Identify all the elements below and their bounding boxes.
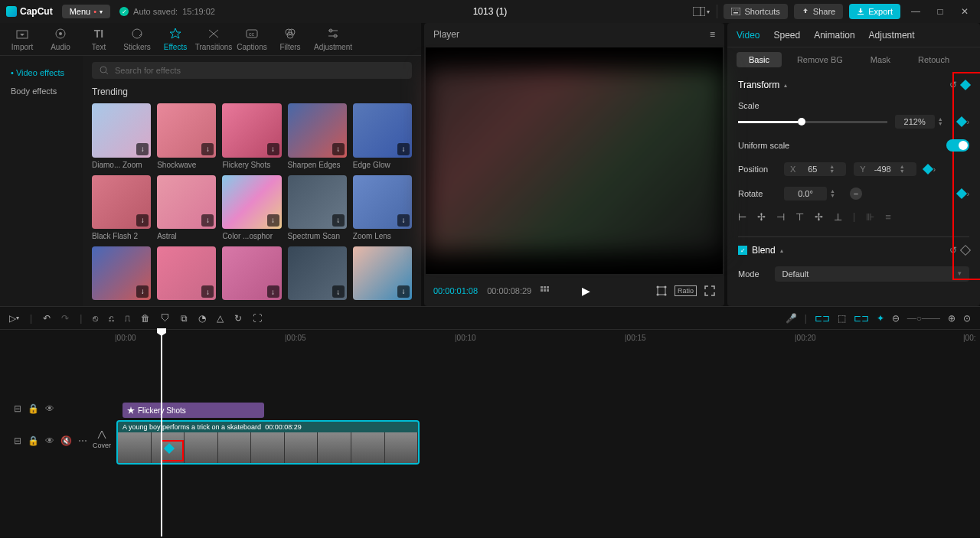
more-icon[interactable]: ⋯ [78, 435, 87, 446]
crop-icon[interactable]: ⛶ [253, 313, 262, 324]
download-icon[interactable]: ↓ [332, 214, 345, 227]
grid-icon[interactable] [541, 286, 550, 295]
download-icon[interactable]: ↓ [397, 214, 410, 227]
video-preview[interactable] [426, 47, 723, 274]
fit-icon[interactable]: ⊙ [963, 313, 971, 324]
download-icon[interactable]: ↓ [136, 214, 149, 227]
download-icon[interactable]: ↓ [332, 285, 345, 298]
subtab-retouch[interactable]: Retouch [906, 52, 962, 67]
scale-slider[interactable] [738, 121, 887, 123]
effect-item[interactable]: ↓Color ...osphor [222, 175, 281, 240]
play-button[interactable]: ▶ [582, 285, 590, 297]
tab-captions[interactable]: ccCaptions [233, 23, 271, 55]
rotate-value[interactable]: 0.0° [784, 187, 827, 201]
tab-adjustment[interactable]: Adjustment [309, 23, 357, 55]
download-icon[interactable]: ↓ [332, 143, 345, 155]
distribute-v-icon[interactable]: ≡ [885, 211, 891, 223]
track-toggle-icon[interactable]: ⊟ [14, 435, 21, 446]
align-center-v-icon[interactable]: ✢ [815, 211, 823, 223]
position-y-input[interactable]: Y-498▲▼ [854, 162, 916, 176]
effect-item[interactable]: ↓ [353, 246, 412, 300]
playhead[interactable] [161, 330, 162, 536]
align-center-h-icon[interactable]: ✢ [757, 211, 766, 223]
rotate-stepper[interactable]: ▲▼ [830, 189, 841, 198]
scale-value[interactable]: 212% [895, 115, 935, 129]
effect-item[interactable]: ↓Diamo... Zoom [92, 103, 151, 168]
download-icon[interactable]: ↓ [136, 285, 149, 298]
align-right-icon[interactable]: ⊣ [776, 211, 785, 223]
download-icon[interactable]: ↓ [201, 214, 214, 227]
next-kf-pos-icon[interactable]: › [933, 165, 936, 174]
effect-item[interactable]: ↓Sharpen Edges [288, 103, 347, 168]
download-icon[interactable]: ↓ [267, 285, 279, 298]
tab-audio[interactable]: Audio [41, 23, 80, 55]
uniform-scale-toggle[interactable] [946, 139, 969, 152]
rotate-reset[interactable]: − [850, 187, 862, 200]
copy-icon[interactable]: ⧉ [181, 313, 188, 324]
minimize-button[interactable]: — [906, 2, 925, 21]
cover-button[interactable]: Cover [90, 429, 113, 449]
timeline-ruler[interactable]: |00:00 |00:05 |00:10 |00:15 |00:20 |00: [0, 330, 980, 345]
tab-adjustment[interactable]: Adjustment [869, 30, 915, 41]
selection-tool[interactable]: ▷ ▾ [9, 313, 19, 324]
transform-section[interactable]: Transform▴ ↺ [738, 80, 969, 90]
effect-clip[interactable]: Flickery Shots [122, 403, 264, 418]
tab-transitions[interactable]: Transitions [194, 23, 233, 55]
keyframe-transform[interactable] [960, 80, 971, 90]
search-input[interactable]: Search for effects [92, 62, 412, 79]
shortcuts-button[interactable]: Shortcuts [724, 4, 787, 19]
effect-item[interactable]: ↓Astral [157, 175, 216, 240]
zoom-in-icon[interactable]: ⊕ [948, 313, 956, 324]
zoom-out-icon[interactable]: ⊖ [892, 313, 900, 324]
effect-item[interactable]: ↓ [157, 246, 216, 300]
cut-left-icon[interactable]: ⎌ [109, 313, 114, 324]
ratio-button[interactable]: Ratio [675, 285, 697, 296]
reset-blend-icon[interactable]: ↺ [949, 245, 957, 256]
align-top-icon[interactable]: ⊤ [795, 211, 804, 223]
export-button[interactable]: Export [849, 4, 900, 19]
effect-item[interactable]: ↓Zoom Lens [353, 175, 412, 240]
subtab-mask[interactable]: Mask [858, 52, 903, 67]
layout-icon[interactable]: ▾ [692, 2, 710, 21]
tab-speed[interactable]: Speed [773, 30, 800, 41]
next-kf-icon[interactable]: › [967, 118, 969, 126]
align-bottom-icon[interactable]: ⊥ [834, 211, 842, 223]
subtab-basic[interactable]: Basic [737, 52, 782, 67]
blend-checkbox[interactable]: ✓ [738, 246, 747, 255]
effect-item[interactable]: ↓ [92, 246, 151, 300]
download-icon[interactable]: ↓ [201, 143, 214, 155]
blend-mode-select[interactable]: Default▾ [775, 266, 969, 282]
tab-video[interactable]: Video [737, 30, 760, 41]
scale-stepper[interactable]: ▲▼ [938, 117, 949, 126]
position-x-input[interactable]: X65▲▼ [784, 162, 846, 176]
align-left-icon[interactable]: ⊢ [738, 211, 746, 223]
lock-icon[interactable]: 🔒 [28, 403, 39, 414]
tab-import[interactable]: Import [3, 23, 41, 55]
distribute-h-icon[interactable]: ⊪ [866, 211, 874, 223]
tab-stickers[interactable]: Stickers [118, 23, 156, 55]
mic-icon[interactable]: 🎤 [786, 313, 797, 324]
player-menu-icon[interactable]: ≡ [710, 29, 715, 40]
shield-icon[interactable]: ⛉ [161, 313, 170, 324]
blend-section[interactable]: ✓ Blend▴ ↺ [738, 245, 969, 256]
link-icon[interactable]: ⬚ [838, 313, 846, 324]
sidebar-item-body-effects[interactable]: Body effects [5, 82, 78, 100]
maximize-button[interactable]: □ [931, 2, 949, 21]
tab-effects[interactable]: Effects [156, 23, 194, 55]
keyframe-position[interactable] [923, 164, 933, 174]
tab-filters[interactable]: Filters [271, 23, 309, 55]
visibility-icon[interactable]: 👁 [45, 435, 54, 446]
cut-right-icon[interactable]: ⎍ [125, 313, 130, 324]
next-kf-rot-icon[interactable]: › [967, 190, 969, 198]
download-icon[interactable]: ↓ [397, 143, 410, 155]
menu-button[interactable]: Menu•▾ [62, 5, 110, 18]
keyframe-scale[interactable] [956, 116, 967, 127]
split-icon[interactable]: ⎋ [93, 313, 98, 324]
sidebar-item-video-effects[interactable]: • Video effects [5, 64, 78, 82]
keyframe-blend[interactable] [960, 245, 971, 256]
preview-axis-icon[interactable]: ✦ [877, 313, 884, 324]
delete-icon[interactable]: 🗑 [141, 313, 150, 324]
effect-item[interactable]: ↓ [222, 246, 281, 300]
rotate-icon[interactable]: ↻ [234, 313, 242, 324]
effect-item[interactable]: ↓ [288, 246, 347, 300]
